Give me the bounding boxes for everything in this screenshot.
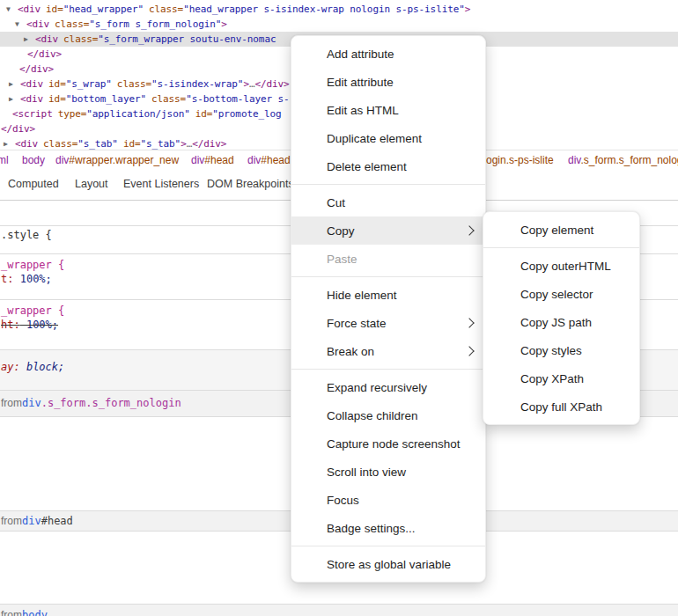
menu-item-expand-recursively[interactable]: Expand recursively: [291, 373, 485, 401]
menu-item-paste: Paste: [291, 245, 485, 273]
tab-computed[interactable]: Computed: [8, 178, 59, 190]
context-menu: Add attribute Edit attribute Edit as HTM…: [291, 35, 486, 583]
menu-separator: [483, 247, 639, 248]
inherited-from-link[interactable]: fromdiv#head: [1, 515, 73, 527]
dom-tree-row[interactable]: ▼<divclass="s_form s_form_nologin">: [0, 17, 678, 32]
css-declaration-overridden[interactable]: ht: 100%;: [1, 319, 58, 331]
menu-item-add-attribute[interactable]: Add attribute: [291, 40, 485, 68]
dom-tree-row[interactable]: ▼<divid="head_wrapper"class="head_wrappe…: [0, 2, 678, 17]
tab-event-listeners[interactable]: Event Listeners: [123, 178, 199, 190]
menu-separator: [291, 276, 485, 277]
menu-item-focus[interactable]: Focus: [291, 486, 485, 514]
menu-item-duplicate-element[interactable]: Duplicate element: [291, 124, 485, 152]
breadcrumb-item[interactable]: div#head: [247, 154, 291, 166]
menu-item-copy-js-path[interactable]: Copy JS path: [483, 308, 639, 336]
breadcrumb-item[interactable]: div.s_form.s_form_nologin: [568, 154, 678, 166]
menu-item-copy-outerhtml[interactable]: Copy outerHTML: [483, 252, 639, 280]
expand-arrow-icon[interactable]: ▼: [15, 17, 26, 32]
css-rule-selector[interactable]: _wrapper {: [1, 304, 64, 317]
menu-item-store-as-global-variable[interactable]: Store as global variable: [291, 550, 485, 578]
submenu-chevron-icon: [464, 318, 474, 327]
breadcrumb-item[interactable]: html: [0, 154, 9, 166]
menu-item-edit-as-html[interactable]: Edit as HTML: [291, 96, 485, 124]
breadcrumb-item[interactable]: ogin.s-ps-islite: [486, 154, 554, 166]
inherited-from-link[interactable]: fromdiv.s_form.s_form_nologin: [1, 397, 181, 409]
tab-layout[interactable]: Layout: [75, 178, 108, 190]
menu-item-delete-element[interactable]: Delete element: [291, 152, 485, 180]
menu-separator: [291, 546, 485, 546]
tab-dom-breakpoints[interactable]: DOM Breakpoints: [207, 178, 294, 190]
expand-arrow-icon[interactable]: ▶: [9, 77, 20, 92]
expand-arrow-icon[interactable]: ▶: [9, 92, 20, 106]
menu-item-badge-settings[interactable]: Badge settings...: [291, 514, 485, 542]
menu-item-copy-element[interactable]: Copy element: [483, 216, 639, 244]
breadcrumb-item[interactable]: body: [22, 154, 45, 166]
expand-arrow-icon[interactable]: ▼: [6, 2, 18, 17]
css-declaration[interactable]: t: 100%;: [1, 273, 52, 285]
expand-arrow-icon[interactable]: ▶: [24, 32, 35, 47]
breadcrumb-item[interactable]: div#head: [191, 154, 234, 166]
menu-item-copy-selector[interactable]: Copy selector: [483, 280, 639, 308]
menu-item-break-on[interactable]: Break on: [291, 337, 485, 365]
menu-item-edit-attribute[interactable]: Edit attribute: [291, 68, 485, 96]
css-declaration-inherited[interactable]: ay: block;: [1, 361, 64, 373]
inherited-from-bar: frombody: [0, 604, 678, 616]
menu-item-copy-styles[interactable]: Copy styles: [483, 336, 639, 364]
submenu-chevron-icon: [464, 225, 474, 235]
menu-item-copy-full-xpath[interactable]: Copy full XPath: [483, 392, 639, 421]
menu-item-cut[interactable]: Cut: [291, 188, 485, 216]
breadcrumb-item[interactable]: div#wrapper.wrapper_new: [55, 154, 179, 166]
element-style-selector[interactable]: .style {: [1, 229, 52, 241]
menu-item-force-state[interactable]: Force state: [291, 309, 485, 337]
menu-item-copy[interactable]: Copy: [291, 216, 485, 245]
inherited-from-link[interactable]: frombody: [1, 609, 48, 616]
css-rule-selector[interactable]: _wrapper {: [1, 259, 64, 271]
menu-separator: [291, 184, 485, 185]
copy-submenu: Copy element Copy outerHTML Copy selecto…: [483, 211, 640, 425]
menu-item-copy-xpath[interactable]: Copy XPath: [483, 364, 639, 392]
menu-separator: [291, 369, 485, 370]
submenu-chevron-icon: [464, 346, 474, 356]
menu-item-scroll-into-view[interactable]: Scroll into view: [291, 458, 485, 486]
menu-item-capture-node-screenshot[interactable]: Capture node screenshot: [291, 429, 485, 458]
devtools-window: ▼<divid="head_wrapper"class="head_wrappe…: [0, 0, 678, 616]
menu-item-collapse-children[interactable]: Collapse children: [291, 401, 485, 429]
menu-item-hide-element[interactable]: Hide element: [291, 281, 485, 309]
